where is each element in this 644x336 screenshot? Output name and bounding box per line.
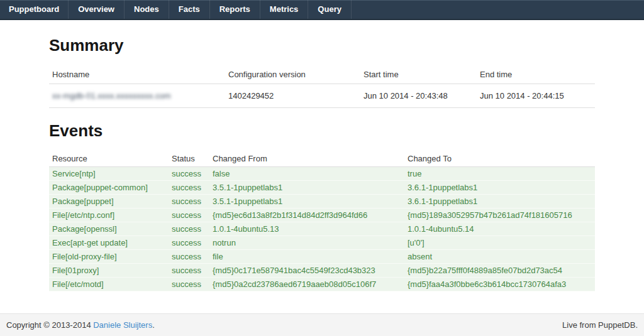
summary-heading: Summary [49,36,595,55]
hostname-cell: xx-mgdb-01.xxxx.xxxxxxxxx.com [49,84,225,107]
event-changed-to: {md5}b22a75fff0f4889a85fe07bd2d73ac54 [404,263,595,277]
event-row: File[01proxy]success{md5}0c171e587941bac… [49,263,595,277]
events-col-status: Status [169,151,209,167]
summary-col-start-time: Start time [360,65,477,84]
event-changed-from: false [209,166,404,180]
event-resource: File[01proxy] [49,263,169,277]
summary-col-hostname: Hostname [49,65,225,84]
event-changed-from: {md5}0a2cd23786aed6719aaeb08d05c106f7 [209,277,404,291]
nav-item-overview[interactable]: Overview [69,0,125,19]
nav-item-facts[interactable]: Facts [169,0,210,19]
event-resource: Exec[apt-get update] [49,236,169,249]
copyright-suffix: . [152,320,155,330]
event-changed-from: notrun [209,236,404,249]
event-changed-to: 3.6.1-1puppetlabs1 [404,194,595,208]
end-time-value: Jun 10 2014 - 20:44:15 [477,84,595,107]
events-heading: Events [49,122,595,141]
event-changed-from: 3.5.1-1puppetlabs1 [209,180,404,194]
top-navbar: Puppetboard Overview Nodes Facts Reports… [0,0,644,20]
event-resource: Package[puppet] [49,194,169,208]
event-resource: Service[ntp] [49,166,169,180]
event-changed-to: [u'0'] [404,236,595,249]
nav-item-query[interactable]: Query [308,0,352,19]
summary-col-config-version: Configuration version [225,65,360,84]
event-status: success [169,222,209,236]
copyright: Copyright © 2013-2014 Daniele Sluijters. [6,320,155,330]
event-changed-to: {md5}faa4a3f0bbe6c3b614bcc1730764afa3 [404,277,595,291]
summary-col-end-time: End time [477,65,595,84]
event-changed-from: file [209,249,404,263]
event-status: success [169,208,209,222]
events-col-changed-to: Changed To [404,151,595,167]
event-status: success [169,166,209,180]
live-from-puppetdb-status: Live from PuppetDB. [562,320,638,330]
author-link[interactable]: Daniele Sluijters [93,320,152,330]
event-changed-from: 1.0.1-4ubuntu5.13 [209,222,404,236]
event-row: Package[puppet]success3.5.1-1puppetlabs1… [49,194,595,208]
navbar-brand[interactable]: Puppetboard [0,0,69,19]
copyright-text: Copyright © 2013-2014 [6,320,93,330]
event-changed-to: {md5}189a3052957b47b261ad74f181605716 [404,208,595,222]
event-row: Service[ntp]successfalsetrue [49,166,595,180]
events-col-resource: Resource [49,151,169,167]
event-resource: File[/etc/ntp.conf] [49,208,169,222]
event-resource: Package[puppet-common] [49,180,169,194]
summary-table: Hostname Configuration version Start tim… [49,65,595,108]
footer: Copyright © 2013-2014 Daniele Sluijters.… [0,313,644,336]
events-col-changed-from: Changed From [209,151,404,167]
summary-row: xx-mgdb-01.xxxx.xxxxxxxxx.com 1402429452… [49,84,595,107]
nav-item-nodes[interactable]: Nodes [125,0,169,19]
event-status: success [169,180,209,194]
config-version-value: 1402429452 [225,84,360,107]
event-row: File[/etc/motd]success{md5}0a2cd23786aed… [49,277,595,291]
event-status: success [169,236,209,249]
events-header-row: Resource Status Changed From Changed To [49,151,595,167]
event-status: success [169,277,209,291]
event-resource: File[old-proxy-file] [49,249,169,263]
event-status: success [169,263,209,277]
event-row: File[old-proxy-file]successfileabsent [49,249,595,263]
start-time-value: Jun 10 2014 - 20:43:48 [360,84,477,107]
event-changed-to: 3.6.1-1puppetlabs1 [404,180,595,194]
nav-item-reports[interactable]: Reports [210,0,260,19]
event-changed-to: true [404,166,595,180]
events-table: Resource Status Changed From Changed To … [49,151,595,291]
event-row: Package[openssl]success1.0.1-4ubuntu5.13… [49,222,595,236]
event-changed-to: absent [404,249,595,263]
event-status: success [169,194,209,208]
nav-item-metrics[interactable]: Metrics [260,0,309,19]
event-row: Package[puppet-common]success3.5.1-1pupp… [49,180,595,194]
event-resource: Package[openssl] [49,222,169,236]
event-row: Exec[apt-get update]successnotrun[u'0'] [49,236,595,249]
event-changed-to: 1.0.1-4ubuntu5.14 [404,222,595,236]
event-changed-from: 3.5.1-1puppetlabs1 [209,194,404,208]
report-page: Summary Hostname Configuration version S… [0,20,644,313]
event-row: File[/etc/ntp.conf]success{md5}ec6d13a8f… [49,208,595,222]
hostname-link-redacted[interactable]: xx-mgdb-01.xxxx.xxxxxxxxx.com [52,91,171,100]
event-changed-from: {md5}0c171e587941bac4c5549f23cd43b323 [209,263,404,277]
event-status: success [169,249,209,263]
summary-header-row: Hostname Configuration version Start tim… [49,65,595,84]
event-resource: File[/etc/motd] [49,277,169,291]
event-changed-from: {md5}ec6d13a8f2b1f314d84d2ff3d964fd66 [209,208,404,222]
